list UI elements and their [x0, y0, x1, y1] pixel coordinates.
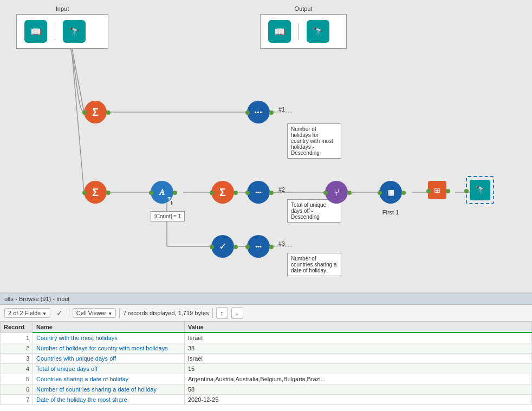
cell-value: Israel [185, 354, 532, 364]
cell-record: 6 [1, 384, 33, 395]
cell-value: 38 [185, 343, 532, 354]
separator3 [212, 308, 213, 318]
union2-node[interactable]: ••• [247, 181, 270, 204]
results-panel: ults - Browse (91) - Input 2 of 2 Fields… [0, 292, 532, 411]
panel-title: ults - Browse (91) - Input [0, 293, 532, 305]
browse-output-node[interactable]: 🔭 [466, 176, 494, 204]
svg-line-2 [72, 54, 84, 192]
conn15 [245, 245, 250, 249]
cell-record: 5 [1, 374, 33, 384]
conn23 [464, 189, 469, 193]
conn12 [269, 191, 274, 195]
table-row[interactable]: 2Number of holidays for country with mos… [1, 343, 532, 354]
col-header-record: Record [1, 322, 33, 333]
conn22 [446, 189, 450, 193]
branch-node[interactable]: ⑂ [325, 181, 348, 204]
conn19 [378, 191, 382, 195]
conn9 [210, 191, 214, 195]
panel-toolbar: 2 of 2 Fields ✓ Cell Viewer 7 records di… [0, 305, 532, 322]
cell-name: Date of the holiday the most share [33, 395, 185, 405]
col-header-name: Name [33, 322, 185, 333]
summarize2-node[interactable]: Σ [84, 181, 107, 204]
conn2 [106, 110, 111, 115]
hash1-label: #1 [278, 106, 285, 113]
conn7 [149, 191, 153, 195]
table-row[interactable]: 6Number of countries sharing a date of h… [1, 384, 532, 395]
cell-value: Argentina,Austria,Australia,Belgium,Bulg… [185, 374, 532, 384]
summarize1-node[interactable]: Σ [84, 101, 107, 123]
cell-value: 15 [185, 364, 532, 374]
cell-name: Countries with unique days off [33, 354, 185, 364]
table-row[interactable]: 5Countries sharing a date of holidayArge… [1, 374, 532, 384]
cell-name: Number of holidays for country with most… [33, 343, 185, 354]
input-binoculars-icon[interactable]: 🔭 [63, 20, 86, 43]
conn1 [82, 110, 87, 115]
conn5 [82, 191, 87, 195]
cell-name: Country with the most holidays [33, 332, 185, 343]
fields-check-button[interactable]: ✓ [54, 307, 66, 319]
conn8 [173, 191, 177, 195]
workflow-canvas: Input 📖 🔭 Output 📖 🔭 Σ ••• #1 Number of … [0, 0, 532, 292]
conn16 [269, 245, 274, 249]
sort-node[interactable]: ▦ [379, 181, 402, 204]
cell-value: Israel [185, 332, 532, 343]
cell-record: 4 [1, 364, 33, 374]
data-table[interactable]: Record Name Value 1Country with the most… [0, 322, 532, 411]
svg-line-0 [72, 49, 84, 112]
summarize3-node[interactable]: Σ [211, 181, 234, 204]
fields-dropdown[interactable]: 2 of 2 Fields [4, 308, 50, 318]
sort-desc-button[interactable]: ↓ [231, 307, 243, 319]
input-book-icon[interactable]: 📖 [24, 20, 47, 43]
sort-asc-button[interactable]: ↑ [216, 307, 228, 319]
fields-chevron-down [42, 310, 47, 316]
filter-label: [Count] = 1 [151, 211, 185, 221]
conn11 [245, 191, 250, 195]
cell-name: Total of unique days off [33, 364, 185, 374]
cell-name: Number of countries sharing a date of ho… [33, 384, 185, 395]
input-group: Input 📖 🔭 [16, 5, 108, 49]
table-row[interactable]: 4Total of unique days off15 [1, 364, 532, 374]
input-label: Input [16, 5, 108, 12]
input-box: 📖 🔭 [16, 14, 108, 49]
output-book-icon[interactable]: 📖 [268, 20, 291, 43]
separator1 [69, 308, 69, 318]
conn13 [210, 245, 214, 249]
col-header-value: Value [185, 322, 532, 333]
output-box: 📖 🔭 [260, 14, 347, 49]
conn3 [245, 110, 250, 115]
filter-check-node[interactable]: ✓ [211, 235, 234, 258]
output-binoculars-icon[interactable]: 🔭 [307, 20, 329, 43]
conn18 [347, 191, 352, 195]
hash2-label: #2 [278, 186, 285, 193]
union1-node[interactable]: ••• [247, 101, 270, 123]
table-row[interactable]: 3Countries with unique days offIsrael [1, 354, 532, 364]
cell-value: 2020-12-25 [185, 395, 532, 405]
viewer-chevron [108, 310, 112, 316]
conn10 [233, 191, 238, 195]
output-label: Output [260, 5, 347, 12]
conn17 [323, 191, 328, 195]
cell-record: 1 [1, 332, 33, 343]
conn21 [426, 189, 431, 193]
conn20 [401, 191, 406, 195]
union3-node[interactable]: ••• [247, 235, 270, 258]
viewer-dropdown[interactable]: Cell Viewer [73, 308, 116, 318]
first1-label: First 1 [379, 209, 402, 216]
output-group: Output 📖 🔭 [260, 5, 347, 49]
cell-record: 7 [1, 395, 33, 405]
separator2 [119, 308, 120, 318]
records-info: 7 records displayed, 1,719 bytes [123, 310, 209, 316]
cell-name: Countries sharing a date of holiday [33, 374, 185, 384]
hash3-label: #3 [278, 240, 285, 247]
conn4 [269, 110, 274, 115]
cell-value: 58 [185, 384, 532, 395]
cell-record: 3 [1, 354, 33, 364]
table-row[interactable]: 1Country with the most holidaysIsrael [1, 332, 532, 343]
conn6 [106, 191, 111, 195]
filter-node[interactable]: 𝐴 T f [151, 181, 173, 204]
table-row[interactable]: 7Date of the holiday the most share2020-… [1, 395, 532, 405]
select-cols-node[interactable]: ⊞ [428, 181, 446, 199]
annotation3: Number of countries sharing a date of ho… [287, 253, 341, 276]
cell-record: 2 [1, 343, 33, 354]
conn14 [233, 245, 238, 249]
